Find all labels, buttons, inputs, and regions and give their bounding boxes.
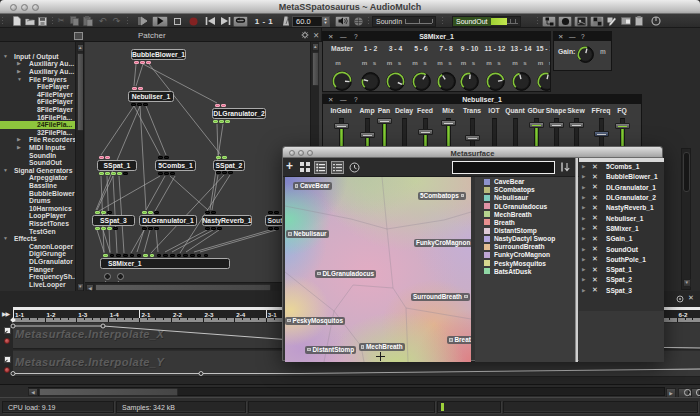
snapshot-item-nastydactyl-swoop[interactable]: NastyDactyl Swoop <box>475 235 575 243</box>
patch-port[interactable] <box>221 104 226 107</box>
param-slider-track[interactable] <box>470 118 475 146</box>
patch-output-port[interactable] <box>117 273 124 280</box>
patch-port[interactable] <box>205 211 210 214</box>
automation-view-button[interactable] <box>574 16 588 28</box>
contraption-item-sspat_1[interactable]: ▶✕SSpat_1 <box>579 265 664 275</box>
snapshot-new-icon[interactable] <box>620 16 632 27</box>
collapsed-triangle-icon[interactable]: ▶ <box>582 174 585 179</box>
patch-port[interactable] <box>148 227 153 230</box>
patch-node-dlgranulator_1[interactable]: DLGranulator_1 <box>139 215 197 226</box>
patch-port[interactable] <box>222 156 227 159</box>
collapsed-triangle-icon[interactable]: ▶ <box>17 137 21 142</box>
patch-port[interactable] <box>205 227 210 230</box>
patch-port[interactable] <box>132 87 137 90</box>
patch-port[interactable] <box>211 211 216 214</box>
channel-solo-button[interactable]: s <box>448 59 451 66</box>
snapshot-item-mechbreath[interactable]: MechBreath <box>475 210 575 218</box>
soundin-meter[interactable]: SoundIn <box>372 16 436 27</box>
patch-port[interactable] <box>103 254 108 257</box>
redo-icon[interactable]: ↷ <box>111 16 122 27</box>
patch-port[interactable] <box>228 171 233 174</box>
patch-port[interactable] <box>148 211 153 214</box>
play-pause-icon[interactable] <box>136 16 149 27</box>
channel-solo-button[interactable]: s <box>523 59 526 66</box>
monitor-icon[interactable] <box>353 16 364 27</box>
patch-port[interactable] <box>143 254 148 257</box>
contraption-item-5combs_1[interactable]: ▶✕5Combs_1 <box>579 162 664 172</box>
close-patcher-icon[interactable]: ✕ <box>313 31 319 40</box>
snapshot-item-nebulisaur[interactable]: Nebulisaur <box>475 194 575 202</box>
snapshot-item-scombatops[interactable]: SCombatops <box>475 186 575 194</box>
remove-contraption-icon[interactable]: ✕ <box>592 235 598 243</box>
expanded-triangle-icon[interactable]: ▼ <box>3 54 8 59</box>
contraption-item-nebuliser_1[interactable]: ▶✕Nebuliser_1 <box>579 213 664 223</box>
paste-icon[interactable] <box>82 16 94 27</box>
timeline-scroll-thumb[interactable] <box>39 388 178 397</box>
patch-port[interactable] <box>222 171 227 174</box>
copy-icon[interactable] <box>69 16 79 27</box>
channel-solo-button[interactable]: s <box>472 59 475 66</box>
patch-node-s8mixer_1[interactable]: S8Mixer_1 <box>100 258 230 269</box>
collapsed-triangle-icon[interactable]: ▶ <box>17 69 21 74</box>
patcher-view-button[interactable] <box>542 16 556 28</box>
channel-solo-button[interactable]: s <box>373 59 376 66</box>
param-slider-handle[interactable] <box>418 129 433 135</box>
param-slider-track[interactable] <box>492 118 497 146</box>
patch-port[interactable] <box>215 104 220 107</box>
channel-mute-button[interactable]: m <box>538 59 544 66</box>
contraption-item-sspat_2[interactable]: ▶✕SSpat_2 <box>579 275 664 285</box>
patch-port[interactable] <box>99 156 104 159</box>
speaker-button[interactable] <box>335 16 350 28</box>
add-snapshot-button[interactable]: + <box>286 159 293 173</box>
remove-contraption-icon[interactable]: ✕ <box>592 276 598 284</box>
patch-port[interactable] <box>158 156 163 159</box>
contraption-item-dlgranulator_2[interactable]: ▶✕DLGranulator_2 <box>579 192 664 202</box>
channel-solo-button[interactable]: s <box>398 59 401 66</box>
gain-mono-label[interactable]: m <box>600 48 606 55</box>
remove-contraption-icon[interactable]: ✕ <box>592 286 598 294</box>
patch-port[interactable] <box>164 156 169 159</box>
metasurface-view-button[interactable] <box>558 16 572 28</box>
patch-port[interactable] <box>95 211 100 214</box>
stop-button[interactable] <box>171 16 183 27</box>
patch-node-sspat_1[interactable]: SSpat_1 <box>97 160 137 171</box>
save-icon[interactable] <box>37 16 48 27</box>
contraption-item-southpole_1[interactable]: ▶✕SouthPole_1 <box>579 254 664 264</box>
rewind-icon[interactable] <box>203 16 216 27</box>
param-slider-handle[interactable] <box>334 123 349 129</box>
dock-vscroll-thumb[interactable] <box>683 152 690 192</box>
param-slider-handle[interactable] <box>594 131 609 137</box>
patch-port[interactable] <box>101 211 106 214</box>
remove-contraption-icon[interactable]: ✕ <box>592 163 598 171</box>
channel-mute-button[interactable]: m <box>387 59 393 66</box>
clipboard-icon[interactable] <box>633 16 644 27</box>
gain-titlebar[interactable]: ✕ — ? <box>554 32 611 41</box>
patch-port[interactable] <box>123 254 128 257</box>
collapsed-triangle-icon[interactable]: ▶ <box>582 236 585 241</box>
snapshot-edit-icon[interactable] <box>606 16 618 27</box>
snapshot-item-cavebear[interactable]: CaveBear <box>475 178 575 186</box>
patch-port[interactable] <box>138 87 143 90</box>
patch-port[interactable] <box>95 227 100 230</box>
param-slider-handle[interactable] <box>529 122 544 128</box>
surface-snapshot-nebulisaur[interactable]: Nebulisaur <box>286 230 329 238</box>
patch-node-sspat_2[interactable]: SSpat_2 <box>213 160 245 171</box>
collapsed-triangle-icon[interactable]: ▶ <box>582 226 585 231</box>
close-icon[interactable]: ✕ <box>558 33 563 40</box>
collapsed-triangle-icon[interactable]: ▶ <box>582 257 585 262</box>
record-button[interactable] <box>187 16 199 27</box>
collapsed-triangle-icon[interactable]: ▶ <box>17 61 21 66</box>
scroll-left-icon[interactable]: ◀ <box>86 284 94 292</box>
window-titlebar[interactable]: MetaSSpatosaurus ~ AudioMulch <box>0 0 700 14</box>
expanded-triangle-icon[interactable]: ▼ <box>3 168 8 173</box>
patch-node-5combs_1[interactable]: 5Combs_1 <box>155 160 196 171</box>
tempo-stepper[interactable]: ▲▼ <box>321 17 329 26</box>
patch-node-nebuliser_1[interactable]: Nebuliser_1 <box>128 91 174 102</box>
nebuliser-titlebar[interactable]: ✕ — ? Nebuliser_1 <box>323 95 641 104</box>
patch-output-port[interactable] <box>104 273 111 280</box>
patch-port[interactable] <box>142 227 147 230</box>
scroll-left-icon[interactable]: ◀ <box>28 388 38 397</box>
contraption-item-bubbleblower_1[interactable]: ▶✕BubbleBlower_1 <box>579 172 664 182</box>
patch-port[interactable] <box>158 172 163 175</box>
patch-port[interactable] <box>107 227 112 230</box>
